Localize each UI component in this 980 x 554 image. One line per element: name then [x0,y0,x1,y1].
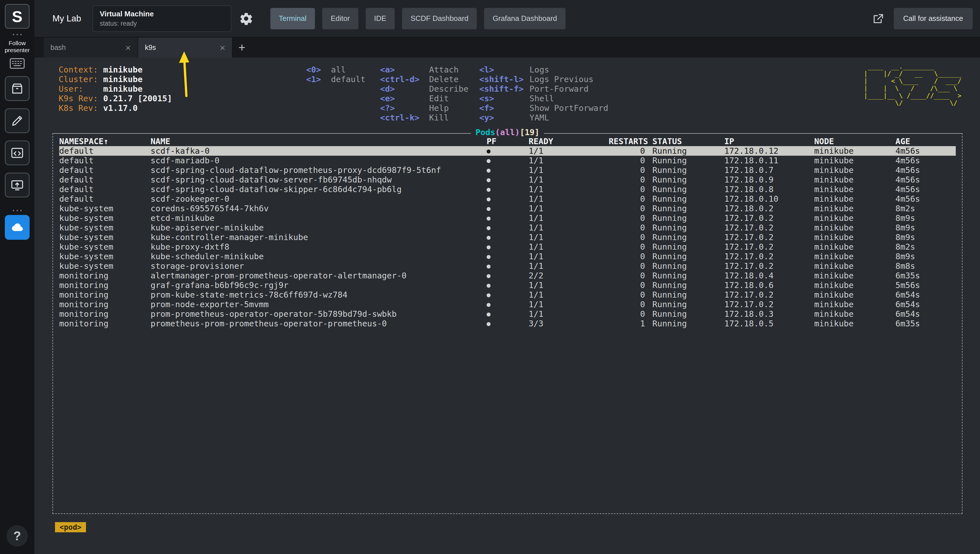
view-tab-ide[interactable]: IDE [366,8,395,29]
cell-restarts: 0 [609,309,652,319]
cell-status: Running [652,242,724,252]
pod-row[interactable]: defaultscdf-spring-cloud-dataflow-server… [59,175,956,185]
cell-restarts: 0 [609,165,652,175]
cell-pf: ● [485,194,529,204]
app-logo[interactable]: S [5,4,30,29]
follow-presenter-label: Follow presenter [0,40,34,54]
cell-ready: 1/1 [529,223,609,232]
view-tab-editor[interactable]: Editor [322,8,358,29]
pod-row[interactable]: defaultscdf-zookeeper-0●1/10Running172.1… [59,194,956,204]
hotkey-line: <shift-f>Port-Forward [479,84,608,94]
pod-row[interactable]: monitoringgraf-grafana-b6bf96c9c-rgj9r●1… [59,280,956,290]
cell-pf: ● [485,213,529,223]
cell-ip: 172.17.0.2 [724,261,814,271]
cell-ns: monitoring [59,290,151,300]
vm-selector[interactable]: Virtual Machine status: ready [92,5,231,32]
pod-row[interactable]: kube-systemkube-apiserver-minikube●1/10R… [59,223,956,232]
terminal-tab-k9s[interactable]: k9s× [138,38,232,57]
col-age[interactable]: AGE [896,137,956,146]
pod-row[interactable]: defaultscdf-kafka-0●1/10Running172.18.0.… [59,146,956,156]
pod-row[interactable]: kube-systemkube-controller-manager-minik… [59,232,956,242]
cell-ip: 172.18.0.8 [724,185,814,194]
cell-status: Running [652,252,724,261]
cell-pf: ● [485,242,529,252]
col-pf[interactable]: PF [485,137,529,146]
view-tab-grafana-dashboard[interactable]: Grafana Dashboard [484,8,565,29]
col-ip[interactable]: IP [724,137,814,146]
cell-ns: kube-system [59,252,151,261]
cell-restarts: 0 [609,271,652,280]
cell-pf: ● [485,290,529,300]
code-editor-button[interactable] [5,140,30,165]
col-ready[interactable]: READY [529,137,609,146]
pod-row[interactable]: kube-systemkube-proxy-dxtf8●1/10Running1… [59,242,956,252]
cell-pf: ● [485,156,529,165]
cell-node: minikube [814,261,896,271]
cell-ready: 1/1 [529,175,609,185]
cell-status: Running [652,175,724,185]
col-name[interactable]: NAME [151,137,485,146]
col-node[interactable]: NODE [814,137,896,146]
pod-row[interactable]: kube-systemkube-scheduler-minikube●1/10R… [59,252,956,261]
cell-name: scdf-spring-cloud-dataflow-skipper-6c86d… [151,185,485,194]
cell-name: kube-controller-manager-minikube [151,232,485,242]
cell-restarts: 0 [609,204,652,213]
pod-row[interactable]: kube-systemcoredns-6955765f44-7kh6v●1/10… [59,204,956,213]
open-external-button[interactable] [872,12,885,25]
header-right: Call for assistance [872,8,973,29]
package-tool-button[interactable] [5,76,30,101]
new-tab-button[interactable]: + [232,38,251,57]
keyboard-icon[interactable] [10,58,25,70]
pencil-tool-button[interactable] [5,108,30,133]
terminal-tabbar: bash×k9s×+ [34,38,980,57]
pod-row[interactable]: defaultscdf-mariadb-0●1/10Running172.18.… [59,156,956,165]
call-for-assistance-button[interactable]: Call for assistance [894,8,973,29]
cell-name: prom-node-exporter-5mvmm [151,300,485,309]
tab-close-icon[interactable]: × [125,43,131,53]
col-restarts[interactable]: RESTARTS [609,137,652,146]
cell-restarts: 0 [609,290,652,300]
cell-status: Running [652,280,724,290]
cell-age: 4m56s [896,156,956,165]
cell-node: minikube [814,290,896,300]
cell-ready: 1/1 [529,146,609,156]
lab-title: My Lab [52,14,81,24]
pod-row[interactable]: defaultscdf-spring-cloud-dataflow-skippe… [59,185,956,194]
help-icon[interactable]: ? [6,525,28,547]
cell-age: 8m8s [896,261,956,271]
pod-row[interactable]: monitoringprometheus-prom-prometheus-ope… [59,319,956,328]
col-status[interactable]: STATUS [652,137,724,146]
cell-name: scdf-mariadb-0 [151,156,485,165]
cell-restarts: 1 [609,319,652,328]
cell-ip: 172.18.0.5 [724,319,814,328]
col-namespace[interactable]: NAMESPACE↑ [59,137,151,146]
pod-row[interactable]: monitoringprom-node-exporter-5mvmm●1/10R… [59,300,956,309]
cell-ready: 1/1 [529,204,609,213]
cell-restarts: 0 [609,156,652,165]
terminal-tab-bash[interactable]: bash× [44,38,138,57]
terminal-view[interactable]: Context:minikubeCluster:minikubeUser:min… [34,57,980,554]
cell-ip: 172.17.0.2 [724,232,814,242]
screen-share-button[interactable] [5,172,30,198]
screencast-icon [10,178,24,192]
pod-row[interactable]: monitoringprom-prometheus-operator-opera… [59,309,956,319]
pod-row[interactable]: kube-systemetcd-minikube●1/10Running172.… [59,213,956,223]
cell-ns: default [59,165,151,175]
cell-status: Running [652,232,724,242]
pod-row[interactable]: defaultscdf-spring-cloud-dataflow-promet… [59,165,956,175]
tab-close-icon[interactable]: × [220,43,225,53]
cell-name: scdf-spring-cloud-dataflow-prometheus-pr… [151,165,485,175]
cell-pf: ● [485,271,529,280]
view-tab-scdf-dashboard[interactable]: SCDF Dashboard [402,8,477,29]
cell-pf: ● [485,146,529,156]
cloud-upload-button[interactable] [5,215,30,240]
view-tab-terminal[interactable]: Terminal [270,8,315,29]
pod-row[interactable]: monitoringprom-kube-state-metrics-78c6ff… [59,290,956,300]
pod-row[interactable]: monitoringalertmanager-prom-prometheus-o… [59,271,956,280]
title-count: [19] [520,128,539,137]
hotkey-line: <ctrl-d>Delete [380,75,469,84]
cell-age: 8m9s [896,252,956,261]
hotkey-line: <y>YAML [479,113,608,123]
settings-gear-button[interactable] [239,11,253,26]
pod-row[interactable]: kube-systemstorage-provisioner●1/10Runni… [59,261,956,271]
